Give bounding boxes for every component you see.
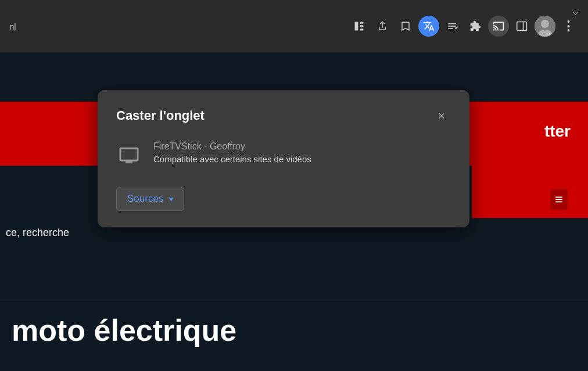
sidebar-icon[interactable] [511,16,532,37]
website-top-right-text: tter [544,122,571,141]
popup-title: Caster l'onglet [116,108,205,123]
sources-dropdown-arrow: ▾ [169,194,173,204]
avatar-image [535,16,555,37]
reader-view-icon[interactable] [349,16,370,37]
red-band-right [472,102,588,218]
url-text: nl [9,22,16,31]
cast-icon[interactable] [488,16,509,37]
cast-popup: Caster l'onglet × FireTVStick - Geoffroy… [98,90,469,227]
avatar[interactable] [535,16,555,37]
share-icon[interactable] [372,16,393,37]
device-name: FireTVStick - Geoffroy [153,141,311,152]
menu-icon[interactable]: ⋮ [558,16,579,37]
chevron-down-icon[interactable]: ⌵ [572,5,579,17]
svg-rect-1 [360,22,364,24]
toolbar-icons-area: ⋮ [349,16,579,37]
extensions-icon[interactable] [465,16,486,37]
translate-icon[interactable] [418,16,439,37]
divider-line [0,301,588,301]
tv-icon [116,142,142,168]
hamburger-menu-icon[interactable]: ≡ [550,189,568,210]
website-bottom-text: moto électrique [0,313,248,348]
svg-rect-3 [360,28,364,30]
device-description: Compatible avec certains sites de vidéos [153,154,311,164]
bookmark-icon[interactable] [395,16,416,37]
website-left-text: ce, recherche [0,227,75,239]
grammar-icon[interactable] [442,16,462,37]
popup-header: Caster l'onglet × [116,106,451,125]
svg-point-10 [541,20,549,28]
device-info: FireTVStick - Geoffroy Compatible avec c… [153,141,311,164]
sources-label: Sources [127,193,163,205]
device-row: FireTVStick - Geoffroy Compatible avec c… [116,139,451,170]
close-button[interactable]: × [432,106,451,125]
url-bar[interactable]: nl [0,0,192,52]
svg-rect-7 [517,22,527,31]
sources-button[interactable]: Sources ▾ [116,187,184,211]
svg-rect-0 [355,22,358,31]
svg-rect-2 [360,25,364,27]
browser-toolbar: nl ⌵ [0,0,588,52]
